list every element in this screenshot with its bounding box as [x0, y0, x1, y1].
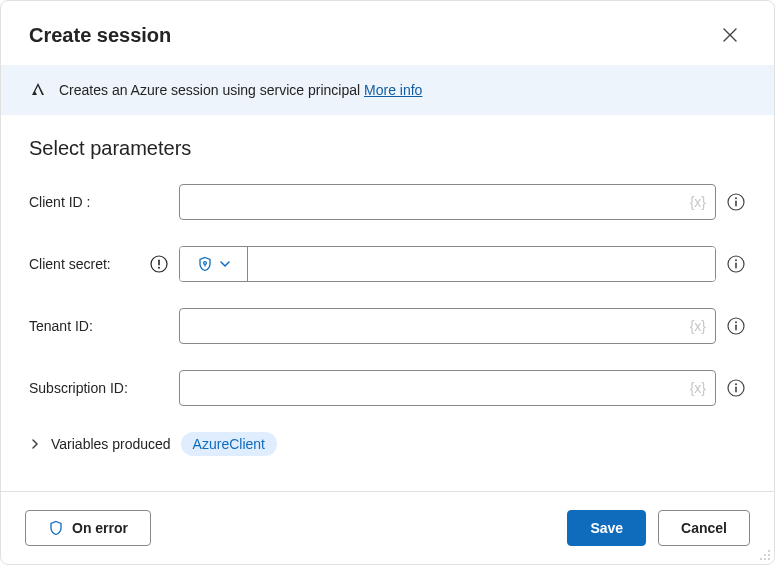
client-secret-row: Client secret:: [29, 246, 746, 282]
svg-point-20: [764, 558, 766, 560]
svg-point-5: [158, 267, 160, 269]
subscription-id-info-button[interactable]: [726, 378, 746, 398]
info-icon: [727, 379, 745, 397]
info-icon: [727, 317, 745, 335]
tenant-id-input[interactable]: [179, 308, 716, 344]
tenant-id-info-button[interactable]: [726, 316, 746, 336]
chevron-right-icon: [29, 438, 41, 450]
variables-toggle[interactable]: [29, 438, 41, 450]
svg-rect-2: [735, 201, 737, 207]
on-error-button[interactable]: On error: [25, 510, 151, 546]
client-id-input[interactable]: [179, 184, 716, 220]
svg-point-6: [203, 262, 206, 265]
variable-chip-azureclient[interactable]: AzureClient: [181, 432, 277, 456]
svg-point-16: [768, 550, 770, 552]
azure-icon: [29, 81, 47, 99]
client-secret-warning-button[interactable]: [149, 254, 169, 274]
svg-rect-12: [735, 325, 737, 331]
footer-actions: Save Cancel: [567, 510, 750, 546]
chevron-down-icon: [219, 258, 231, 270]
svg-point-11: [735, 321, 737, 323]
svg-point-14: [735, 383, 737, 385]
cancel-label: Cancel: [681, 520, 727, 536]
svg-point-1: [735, 197, 737, 199]
client-secret-info-button[interactable]: [726, 254, 746, 274]
svg-point-18: [768, 554, 770, 556]
banner-text-content: Creates an Azure session using service p…: [59, 82, 364, 98]
secret-type-dropdown[interactable]: [180, 247, 248, 281]
on-error-label: On error: [72, 520, 128, 536]
svg-point-19: [760, 558, 762, 560]
client-id-info-button[interactable]: [726, 192, 746, 212]
close-icon: [723, 28, 737, 42]
svg-point-17: [764, 554, 766, 556]
resize-grip-icon[interactable]: [758, 548, 772, 562]
subscription-id-input[interactable]: [179, 370, 716, 406]
dialog-footer: On error Save Cancel: [1, 491, 774, 564]
dialog-content: Select parameters Client ID : {x} Client…: [1, 115, 774, 491]
variables-produced-label: Variables produced: [51, 436, 171, 452]
client-id-row: Client ID : {x}: [29, 184, 746, 220]
section-title: Select parameters: [29, 137, 746, 160]
client-secret-label: Client secret:: [29, 256, 111, 272]
create-session-dialog: Create session Creates an Azure session …: [0, 0, 775, 565]
variables-produced-row: Variables produced AzureClient: [29, 432, 746, 456]
dialog-title: Create session: [29, 24, 171, 47]
svg-point-8: [735, 259, 737, 261]
client-secret-input[interactable]: [248, 247, 715, 281]
svg-rect-9: [735, 263, 737, 269]
warning-icon: [150, 255, 168, 273]
save-button[interactable]: Save: [567, 510, 646, 546]
svg-rect-15: [735, 387, 737, 393]
save-label: Save: [590, 520, 623, 536]
dialog-header: Create session: [1, 1, 774, 65]
shield-outline-icon: [48, 520, 64, 536]
info-banner: Creates an Azure session using service p…: [1, 65, 774, 115]
more-info-link[interactable]: More info: [364, 82, 422, 98]
subscription-id-label: Subscription ID:: [29, 380, 128, 396]
subscription-id-row: Subscription ID: {x}: [29, 370, 746, 406]
info-icon: [727, 255, 745, 273]
shield-icon: [197, 256, 213, 272]
svg-point-21: [768, 558, 770, 560]
cancel-button[interactable]: Cancel: [658, 510, 750, 546]
close-button[interactable]: [714, 19, 746, 51]
tenant-id-row: Tenant ID: {x}: [29, 308, 746, 344]
info-icon: [727, 193, 745, 211]
client-id-label: Client ID :: [29, 194, 90, 210]
banner-text: Creates an Azure session using service p…: [59, 82, 422, 98]
tenant-id-label: Tenant ID:: [29, 318, 93, 334]
svg-rect-4: [158, 260, 160, 266]
